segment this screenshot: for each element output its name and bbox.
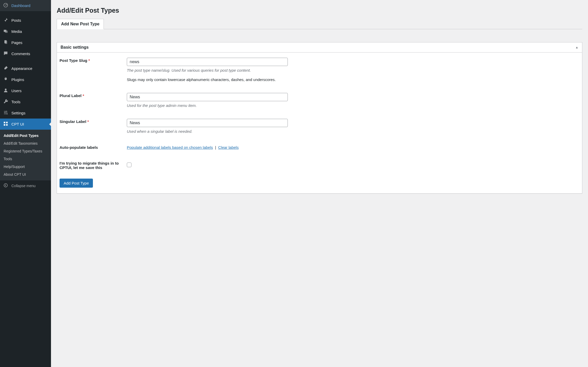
sidebar-item-label: Settings [11, 111, 25, 115]
singular-label-input[interactable] [127, 119, 288, 127]
svg-rect-12 [4, 124, 5, 126]
sidebar-item-label: Comments [11, 52, 30, 56]
sidebar-item-cpt-ui[interactable]: CPT UI [0, 119, 51, 130]
sidebar-item-tools[interactable]: Tools [0, 96, 51, 107]
sidebar-submenu-cpt-ui: Add/Edit Post Types Add/Edit Taxonomies … [0, 130, 51, 180]
sidebar-item-label: Pages [11, 40, 23, 45]
sidebar-item-media[interactable]: Media [0, 26, 51, 37]
panel-header: Basic settings ▲ [57, 42, 582, 53]
required-marker: * [87, 119, 89, 124]
svg-rect-10 [4, 122, 5, 123]
plug-icon [3, 77, 9, 83]
pin-icon [3, 17, 9, 23]
submenu-item-about-cpt-ui[interactable]: About CPT UI [0, 171, 51, 178]
label-singular-label: Singular Label [60, 119, 86, 124]
link-clear-labels[interactable]: Clear labels [218, 145, 239, 150]
sidebar-item-comments[interactable]: Comments [0, 48, 51, 59]
svg-point-9 [7, 113, 8, 114]
submenu-item-add-edit-post-types[interactable]: Add/Edit Post Types [0, 132, 51, 140]
comment-icon [3, 51, 9, 57]
tab-bar: Add New Post Type [57, 19, 582, 29]
label-migrate: I'm trying to migrate things in to CPTUI… [60, 161, 119, 170]
label-auto-populate: Auto-populate labels [60, 145, 98, 150]
sidebar-item-label: Tools [11, 100, 20, 104]
sliders-icon [3, 110, 9, 116]
sidebar-item-dashboard[interactable]: Dashboard [0, 0, 51, 11]
sidebar-item-users[interactable]: Users [0, 85, 51, 96]
form-table: Post Type Slug * The post type name/slug… [57, 53, 582, 175]
sidebar-item-posts[interactable]: Posts [0, 15, 51, 26]
panel-basic-settings: Basic settings ▲ Post Type Slug * The po… [57, 42, 582, 194]
label-plural-label: Plural Label [60, 93, 82, 98]
admin-sidebar: Dashboard Posts Media Pages Comments App… [0, 0, 51, 367]
submenu-item-add-edit-taxonomies[interactable]: Add/Edit Taxonomies [0, 140, 51, 147]
main-content: Add/Edit Post Types Add New Post Type Ba… [51, 0, 588, 367]
required-marker: * [83, 93, 84, 98]
grid-icon [3, 121, 9, 127]
wrench-icon [3, 99, 9, 105]
sidebar-item-label: CPT UI [11, 122, 24, 126]
separator: | [214, 145, 217, 150]
brush-icon [3, 65, 9, 71]
sidebar-item-label: Posts [11, 18, 21, 23]
svg-point-1 [5, 5, 6, 6]
chevron-left-circle-icon [3, 183, 9, 188]
tab-add-new-post-type[interactable]: Add New Post Type [57, 19, 104, 29]
panel-toggle-icon[interactable]: ▲ [575, 46, 578, 49]
post-type-slug-input[interactable] [127, 58, 288, 66]
page-title: Add/Edit Post Types [57, 7, 582, 14]
sidebar-item-pages[interactable]: Pages [0, 37, 51, 48]
note-post-type-slug: Slugs may only contain lowercase alphanu… [127, 77, 577, 83]
svg-point-6 [5, 89, 7, 90]
media-icon [3, 28, 9, 34]
svg-point-7 [6, 111, 7, 112]
svg-point-8 [5, 112, 5, 113]
submenu-item-tools[interactable]: Tools [0, 155, 51, 163]
required-marker: * [88, 58, 90, 63]
svg-rect-3 [5, 31, 8, 33]
svg-rect-13 [6, 124, 8, 126]
add-post-type-button[interactable]: Add Post Type [60, 179, 93, 188]
svg-rect-5 [5, 41, 7, 44]
svg-point-14 [4, 184, 8, 187]
desc-plural-label: Used for the post type admin menu item. [127, 103, 577, 108]
sidebar-item-label: Users [11, 89, 21, 93]
link-populate-labels[interactable]: Populate additional labels based on chos… [127, 145, 213, 150]
sidebar-item-label: Appearance [11, 66, 32, 71]
label-post-type-slug: Post Type Slug [60, 58, 87, 63]
submenu-item-registered-types-taxes[interactable]: Registered Types/Taxes [0, 147, 51, 155]
collapse-menu-label: Collapse menu [11, 184, 35, 188]
sidebar-item-label: Plugins [11, 77, 24, 82]
svg-rect-11 [6, 122, 8, 123]
migrate-checkbox[interactable] [127, 163, 131, 167]
panel-title: Basic settings [61, 45, 89, 50]
sidebar-item-label: Media [11, 29, 22, 34]
sidebar-item-appearance[interactable]: Appearance [0, 63, 51, 74]
sidebar-item-label: Dashboard [11, 3, 30, 8]
gauge-icon [3, 3, 9, 9]
plural-label-input[interactable] [127, 93, 288, 101]
submenu-item-help-support[interactable]: Help/Support [0, 163, 51, 171]
user-icon [3, 88, 9, 94]
pages-icon [3, 40, 9, 46]
desc-singular-label: Used when a singular label is needed. [127, 129, 577, 134]
collapse-menu-button[interactable]: Collapse menu [0, 180, 51, 191]
sidebar-item-plugins[interactable]: Plugins [0, 74, 51, 85]
desc-post-type-slug: The post type name/slug. Used for variou… [127, 68, 577, 73]
sidebar-item-settings[interactable]: Settings [0, 107, 51, 119]
